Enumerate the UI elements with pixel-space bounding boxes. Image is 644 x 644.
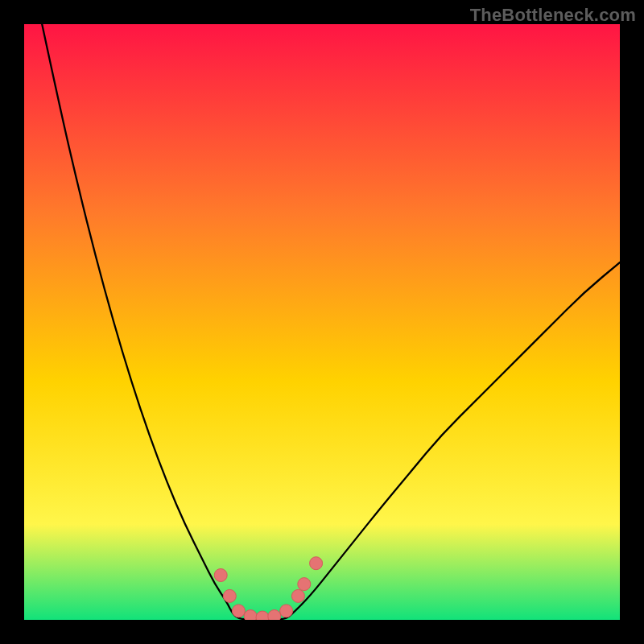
chart-svg (24, 24, 620, 620)
data-marker (298, 578, 311, 591)
data-marker (268, 610, 281, 620)
data-marker (291, 589, 304, 602)
data-marker (232, 605, 245, 617)
watermark-text: TheBottleneck.com (470, 5, 636, 26)
data-marker (256, 611, 269, 620)
data-marker (310, 557, 323, 570)
bottleneck-chart (24, 24, 620, 620)
data-marker (214, 569, 227, 582)
data-marker (280, 605, 293, 617)
chart-stage: TheBottleneck.com (0, 0, 644, 644)
data-marker (244, 610, 257, 620)
data-marker (223, 589, 236, 602)
